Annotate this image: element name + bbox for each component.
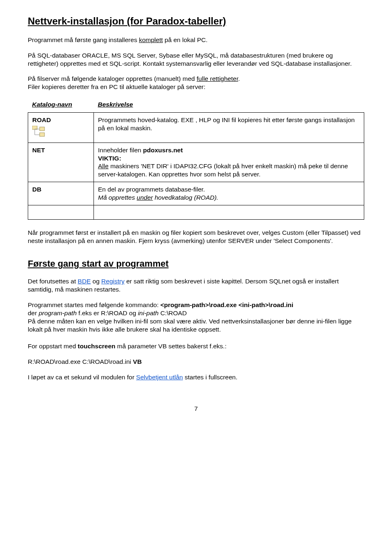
cell-road-desc: Programmets hoved-katalog. EXE , HLP og … <box>94 113 364 143</box>
text-italic: Må opprettes <box>98 194 137 201</box>
text: En del av programmets database-filer. <box>98 186 205 193</box>
text: Programmet startes med følgende kommando… <box>28 301 160 308</box>
svg-rect-1 <box>40 127 45 131</box>
empty-cell <box>28 205 94 219</box>
paragraph-4: Filer kopieres deretter fra en PC til ak… <box>28 83 364 91</box>
text: For oppstart med <box>28 343 78 350</box>
text: der <box>28 310 39 316</box>
text-italic-underline: under <box>137 194 153 201</box>
text: maskiners 'NET DIR' i IDAPI32.CFG (lokal… <box>98 163 348 178</box>
svg-rect-2 <box>40 133 45 136</box>
th-beskrivelse: Beskrivelse <box>94 98 364 113</box>
paragraph-11: R:\ROAD\road.exe C:\ROAD\road.ini VB <box>28 358 364 366</box>
paragraph-1: Programmet må første gang installeres ko… <box>28 36 364 44</box>
cell-road: ROAD <box>28 113 94 143</box>
text: f.eks er R:\ROAD og <box>77 310 138 316</box>
text: R:\ROAD\road.exe C:\ROAD\road.ini <box>28 358 133 365</box>
paragraph-2: På SQL-databaser ORACLE, MS SQL Server, … <box>28 51 364 68</box>
section-heading: Første gang start av programmet <box>28 258 364 269</box>
text: I løpet av ca et sekund vil modulen for <box>28 374 136 381</box>
paragraph-9: På denne måten kan en velge hvilken ini-… <box>28 317 364 334</box>
table-row: DB En del av programmets database-filer.… <box>28 182 364 205</box>
text: og <box>91 278 101 285</box>
text: Inneholder filen <box>98 147 143 154</box>
cell-net: NET <box>28 143 94 182</box>
text-bold: VB <box>133 358 142 365</box>
folder-tree-icon <box>32 126 47 137</box>
text-italic: ini-path <box>138 310 159 316</box>
page-title: Nettverk-installasjon (for Paradox-tabel… <box>28 16 364 27</box>
text: Programmet må første gang installeres <box>28 36 139 43</box>
text: . <box>238 75 240 82</box>
paragraph-6: Det forutsettes at BDE og Registry er sa… <box>28 277 364 294</box>
text-bold: <program-path>\road.exe <ini-path>\road.… <box>160 301 294 308</box>
link-bde[interactable]: BDE <box>78 278 91 285</box>
text-underline: komplett <box>139 36 163 43</box>
paragraph-8: der program-path f.eks er R:\ROAD og ini… <box>28 309 364 317</box>
text: på en lokal PC. <box>163 36 207 43</box>
paragraph-3: På filserver må følgende kataloger oppre… <box>28 75 364 83</box>
link-registry[interactable]: Registry <box>101 278 125 285</box>
empty-cell <box>94 205 364 219</box>
text: Det forutsettes at <box>28 278 78 285</box>
text-underline: Alle <box>98 163 109 169</box>
paragraph-10: For oppstart med touchscreen må paramete… <box>28 342 364 350</box>
text-italic: program-path <box>39 310 77 316</box>
text: må parameter VB settes bakerst f.eks.: <box>116 343 227 350</box>
text-bold: pdoxusrs.net <box>143 147 183 154</box>
table-row-empty <box>28 205 364 219</box>
text: På filserver må følgende kataloger oppre… <box>28 75 197 82</box>
cell-db: DB <box>28 182 94 205</box>
text: startes i fullscreen. <box>183 374 238 381</box>
page-number: 7 <box>28 405 364 412</box>
table-row: ROAD Programmets hoved-katalog. EXE , HL… <box>28 113 364 143</box>
text: C:\ROAD <box>159 310 187 316</box>
text-bold: touchscreen <box>78 343 115 350</box>
table-row: NET Inneholder filen pdoxusrs.net VIKTIG… <box>28 143 364 182</box>
paragraph-12: I løpet av ca et sekund vil modulen for … <box>28 373 364 381</box>
text: ROAD <box>32 116 51 123</box>
cell-db-desc: En del av programmets database-filer. Må… <box>94 182 364 205</box>
paragraph-7: Programmet startes med følgende kommando… <box>28 301 364 309</box>
text-underline: fulle rettigheter <box>197 75 238 82</box>
catalog-table: Katalog-navn Beskrivelse ROAD Programmet… <box>28 98 364 220</box>
paragraph-5: Når programmet først er installert på en… <box>28 229 364 245</box>
text-bold: VIKTIG: <box>98 155 121 162</box>
th-katalog-navn: Katalog-navn <box>28 98 94 113</box>
table-header-row: Katalog-navn Beskrivelse <box>28 98 364 113</box>
text-italic: hovedkatalog (ROAD). <box>153 194 218 201</box>
link-selvbetjent-utlan[interactable]: Selvbetjent utlån <box>136 374 183 381</box>
cell-net-desc: Inneholder filen pdoxusrs.net VIKTIG: Al… <box>94 143 364 182</box>
